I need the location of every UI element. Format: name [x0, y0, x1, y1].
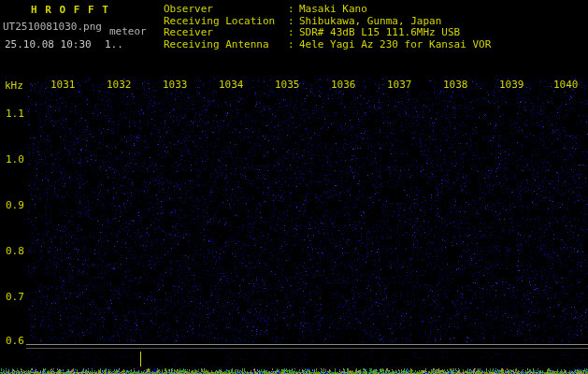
observation-datetime: 25.10.08 10:30 — [5, 38, 92, 50]
x-tick: 1037 — [387, 79, 412, 91]
sequence-counter: 1.. — [105, 38, 123, 50]
info-label: Observer — [164, 4, 288, 16]
x-tick: 1035 — [275, 79, 300, 91]
y-axis-unit: kHz — [5, 79, 23, 92]
x-tick: 1034 — [219, 79, 244, 91]
x-tick: 1038 — [443, 79, 468, 91]
y-tick: 0.9 — [6, 199, 24, 211]
app-title: H R O F F T — [31, 4, 109, 16]
y-tick: 1.1 — [6, 108, 24, 120]
x-tick: 1031 — [50, 79, 76, 91]
info-value: Masaki Kano — [299, 4, 367, 16]
hrofft-window: H R O F F T UT2510081030.png meteor 25.1… — [0, 0, 588, 374]
info-row-antenna: Receiving Antenna : 4ele Yagi Az 230 for… — [164, 39, 491, 51]
y-tick: 0.6 — [6, 335, 24, 347]
output-filename: UT2510081030.png — [3, 21, 102, 33]
x-tick: 1039 — [499, 79, 524, 91]
info-row-receiver: Receiver : SDR# 43dB L15 111.6MHz USB — [164, 27, 491, 39]
x-tick: 1040 — [553, 79, 579, 91]
spectrogram-noise-canvas — [0, 0, 588, 374]
info-value: SDR# 43dB L15 111.6MHz USB — [299, 27, 460, 39]
info-value: 4ele Yagi Az 230 for Kansai VOR — [299, 39, 491, 51]
info-label: Receiver — [164, 27, 288, 39]
y-tick: 0.7 — [6, 291, 24, 303]
y-tick: 0.8 — [6, 245, 24, 257]
y-tick: 1.0 — [6, 153, 24, 165]
x-tick: 1033 — [163, 79, 188, 91]
x-tick: 1032 — [107, 79, 132, 91]
info-row-observer: Observer : Masaki Kano — [164, 4, 491, 16]
info-label: Receiving Antenna — [164, 39, 288, 51]
info-colon: : — [288, 27, 299, 39]
station-info: Observer : Masaki Kano Receiving Locatio… — [164, 4, 491, 50]
info-colon: : — [288, 4, 299, 16]
x-tick: 1036 — [331, 79, 356, 91]
observatory-tag: meteor — [109, 25, 147, 37]
info-colon: : — [288, 39, 299, 51]
